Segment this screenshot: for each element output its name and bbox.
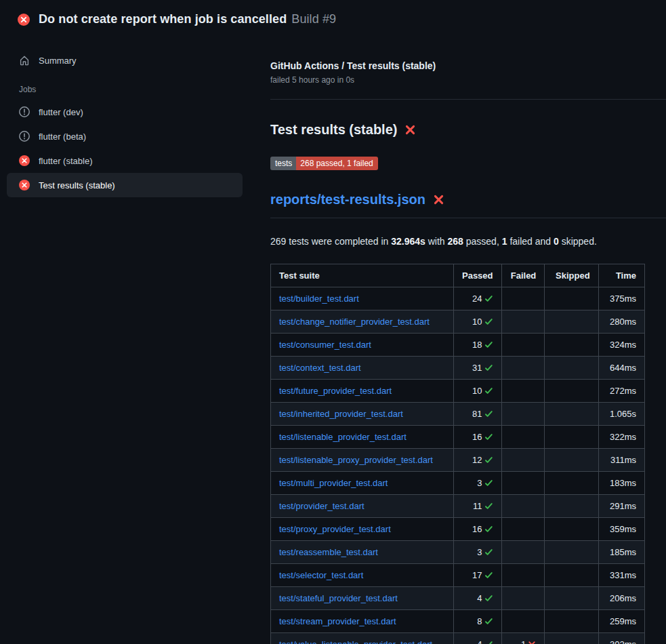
- skipped-cell: [545, 334, 598, 357]
- test-suite-link[interactable]: test/selector_test.dart: [279, 570, 363, 580]
- skipped-cell: [545, 633, 598, 644]
- sidebar-item-job[interactable]: flutter (stable): [7, 148, 243, 173]
- failed-cell: [501, 541, 545, 564]
- table-header-row: Test suite Passed Failed Skipped Time: [271, 264, 645, 287]
- time-cell: 185ms: [598, 541, 644, 564]
- check-icon: [482, 547, 493, 557]
- sidebar-item-job[interactable]: Test results (stable): [7, 173, 243, 197]
- summary-label: Summary: [39, 56, 77, 66]
- test-suite-link[interactable]: test/stream_provider_test.dart: [279, 616, 396, 626]
- time-cell: 206ms: [598, 587, 644, 610]
- failed-cell: 1: [501, 633, 545, 644]
- check-icon: [482, 294, 493, 304]
- time-cell: 331ms: [598, 564, 644, 587]
- suite-cell: test/inherited_provider_test.dart: [271, 403, 454, 426]
- home-icon: [19, 55, 30, 66]
- build-header: Do not create report when job is cancell…: [0, 0, 666, 36]
- test-suite-link[interactable]: test/provider_test.dart: [279, 501, 365, 511]
- time-cell: 272ms: [598, 380, 644, 403]
- passed-cell: 16: [453, 518, 501, 541]
- suite-cell: test/future_provider_test.dart: [271, 380, 454, 403]
- passed-cell: 8: [453, 610, 501, 633]
- suite-cell: test/selector_test.dart: [271, 564, 454, 587]
- suite-cell: test/provider_test.dart: [271, 495, 454, 518]
- table-row: test/reassemble_test.dart3185ms: [271, 541, 645, 564]
- section-title-text: Test results (stable): [270, 122, 397, 138]
- table-row: test/stream_provider_test.dart8259ms: [271, 610, 645, 633]
- suite-cell: test/listenable_provider_test.dart: [271, 426, 454, 449]
- status-line: failed 5 hours ago in 0s: [270, 75, 666, 85]
- time-cell: 644ms: [598, 357, 644, 380]
- table-row: test/listenable_proxy_provider_test.dart…: [271, 449, 645, 472]
- test-suite-link[interactable]: test/change_notifier_provider_test.dart: [279, 317, 430, 327]
- test-suite-link[interactable]: test/multi_provider_test.dart: [279, 478, 388, 488]
- skipped-cell: [545, 587, 598, 610]
- time-cell: 324ms: [598, 334, 644, 357]
- failed-cell: [501, 334, 545, 357]
- passed-cell: 10: [453, 380, 501, 403]
- col-header-time: Time: [598, 264, 644, 287]
- x-circle-icon: [18, 14, 30, 26]
- failed-x-icon: [404, 124, 416, 136]
- failed-cell: [501, 564, 545, 587]
- test-suite-link[interactable]: test/value_listenable_provider_test.dart: [279, 639, 432, 644]
- test-suite-link[interactable]: test/builder_test.dart: [279, 294, 359, 304]
- test-suite-link[interactable]: test/listenable_proxy_provider_test.dart: [279, 455, 433, 465]
- check-icon: [482, 455, 493, 465]
- passed-cell: 10: [453, 310, 501, 334]
- job-label: flutter (dev): [39, 107, 83, 117]
- sidebar: Summary Jobs flutter (dev)flutter (beta)…: [0, 36, 249, 197]
- summary-text: 269 tests were completed in 32.964s with…: [270, 236, 666, 247]
- time-cell: 183ms: [598, 472, 644, 495]
- table-row: test/future_provider_test.dart10272ms: [271, 380, 645, 403]
- failed-cell: [501, 587, 545, 610]
- skipped-cell: [545, 357, 598, 380]
- failed-cell: [501, 495, 545, 518]
- passed-cell: 11: [453, 495, 501, 518]
- test-suite-link[interactable]: test/inherited_provider_test.dart: [279, 409, 403, 419]
- table-row: test/value_listenable_provider_test.dart…: [271, 633, 645, 644]
- check-icon: [482, 524, 493, 534]
- badge-label: tests: [270, 157, 296, 170]
- report-heading: reports/test-results.json: [270, 192, 666, 218]
- build-title: Do not create report when job is cancell…: [39, 12, 336, 26]
- time-cell: 302ms: [598, 633, 644, 644]
- jobs-heading: Jobs: [0, 73, 249, 100]
- test-results-table: Test suite Passed Failed Skipped Time te…: [270, 264, 645, 644]
- col-header-failed: Failed: [501, 264, 545, 287]
- failed-cell: [501, 472, 545, 495]
- failed-cell: [501, 518, 545, 541]
- table-row: test/listenable_provider_test.dart16322m…: [271, 426, 645, 449]
- sidebar-item-job[interactable]: flutter (dev): [7, 100, 243, 124]
- table-row: test/multi_provider_test.dart3183ms: [271, 472, 645, 495]
- failed-cell: [501, 426, 545, 449]
- test-suite-link[interactable]: test/consumer_test.dart: [279, 340, 371, 350]
- test-suite-link[interactable]: test/reassemble_test.dart: [279, 547, 378, 557]
- skipped-cell: [545, 472, 598, 495]
- test-suite-link[interactable]: test/listenable_provider_test.dart: [279, 432, 407, 442]
- x-icon: [526, 639, 536, 644]
- table-row: test/change_notifier_provider_test.dart1…: [271, 310, 645, 334]
- divider: [270, 99, 666, 100]
- test-suite-link[interactable]: test/stateful_provider_test.dart: [279, 593, 398, 603]
- test-suite-link[interactable]: test/proxy_provider_test.dart: [279, 524, 391, 534]
- test-suite-link[interactable]: test/context_test.dart: [279, 363, 361, 373]
- job-label: flutter (stable): [39, 156, 92, 166]
- skipped-cell: [545, 426, 598, 449]
- col-header-skipped: Skipped: [545, 264, 598, 287]
- suite-cell: test/builder_test.dart: [271, 287, 454, 310]
- passed-cell: 18: [453, 334, 501, 357]
- passed-cell: 3: [453, 541, 501, 564]
- table-row: test/selector_test.dart17331ms: [271, 564, 645, 587]
- report-file-link[interactable]: reports/test-results.json: [270, 192, 425, 207]
- skipped-cell: [545, 518, 598, 541]
- sidebar-item-summary[interactable]: Summary: [7, 48, 243, 73]
- failed-cell: [501, 610, 545, 633]
- passed-cell: 24: [453, 287, 501, 310]
- table-row: test/stateful_provider_test.dart4206ms: [271, 587, 645, 610]
- test-suite-link[interactable]: test/future_provider_test.dart: [279, 386, 392, 396]
- time-cell: 359ms: [598, 518, 644, 541]
- sidebar-item-job[interactable]: flutter (beta): [7, 124, 243, 148]
- breadcrumb: GitHub Actions / Test results (stable): [270, 60, 666, 71]
- passed-cell: 4: [453, 633, 501, 644]
